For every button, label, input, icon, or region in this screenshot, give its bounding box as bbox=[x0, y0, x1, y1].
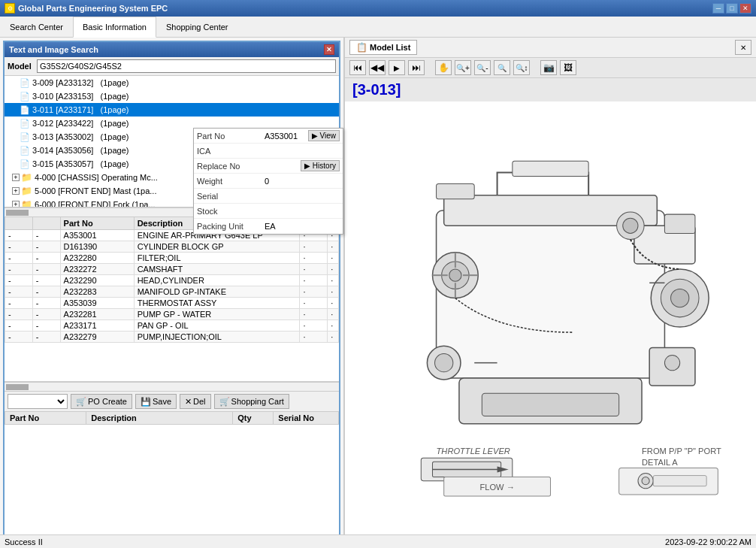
svg-point-23 bbox=[435, 353, 453, 371]
cell-arrow: · bbox=[328, 332, 339, 343]
svg-point-21 bbox=[664, 356, 679, 371]
tab-search-center[interactable]: Search Center bbox=[0, 17, 73, 37]
parts-table-area[interactable]: Part No Description Qty - - A353001 ENGI… bbox=[5, 216, 339, 382]
menu-bar: Search Center Basic Information Shopping… bbox=[0, 17, 756, 38]
po-icon: 🛒 bbox=[76, 397, 86, 407]
parts-table-row[interactable]: - - A233171 PAN GP - OIL · · bbox=[5, 320, 339, 332]
cell-partno: A232281 bbox=[60, 309, 134, 320]
right-panel-close[interactable]: ✕ bbox=[735, 40, 751, 55]
zoom-full-button[interactable]: 🔍↕ bbox=[513, 60, 530, 75]
po-create-label: PO Create bbox=[88, 397, 127, 406]
order-dropdown[interactable] bbox=[8, 394, 68, 409]
cell-key: - bbox=[5, 320, 33, 332]
cell-qty: · bbox=[300, 309, 328, 320]
tab-shopping-center[interactable]: Shopping Center bbox=[156, 17, 238, 37]
close-button[interactable]: ✕ bbox=[739, 3, 751, 14]
del-label: Del bbox=[193, 397, 206, 406]
parts-table-row[interactable]: - - A353039 THERMOSTAT ASSY · · bbox=[5, 298, 339, 309]
doc-icon: 📄 bbox=[20, 119, 30, 129]
cell-partno: A232290 bbox=[60, 275, 134, 286]
parts-table-row[interactable]: - - A232279 PUMP,INJECTION;OIL · · bbox=[5, 332, 339, 343]
popup-label-serial: Serial bbox=[197, 192, 265, 201]
popup-row-serial: Serial bbox=[194, 189, 343, 204]
table-hscroll[interactable] bbox=[5, 382, 339, 391]
parts-table-row[interactable]: - - A232283 MANIFOLD GP-INTAKE · · bbox=[5, 286, 339, 298]
left-panel: Text and Image Search ✕ Model 📄 3-009 [A… bbox=[0, 38, 344, 548]
shopping-cart-button[interactable]: 🛒 Shopping Cart bbox=[214, 394, 289, 409]
tree-item[interactable]: 📄 3-009 [A233132] (1page) bbox=[5, 76, 339, 89]
tree-item-label: 5-000 [FRONT END] Mast (1pa... bbox=[35, 186, 156, 195]
popup-value-weight: 0 bbox=[265, 177, 340, 186]
zoom-out-button[interactable]: 🔍- bbox=[474, 60, 491, 75]
cell-partno: A353001 bbox=[60, 230, 134, 241]
del-button[interactable]: ✕ Del bbox=[180, 394, 211, 409]
cell-key2: - bbox=[32, 230, 60, 241]
doc-icon: 📄 bbox=[20, 105, 30, 115]
zoom-fit-button[interactable]: 🔍 bbox=[494, 60, 510, 75]
zoom-in-button[interactable]: 🔍+ bbox=[455, 60, 471, 75]
last-page-button[interactable]: ⏭ bbox=[408, 60, 425, 75]
popup-label-weight: Weight bbox=[197, 177, 265, 186]
cell-arrow: · bbox=[328, 275, 339, 286]
view-button[interactable]: ▶ View bbox=[308, 130, 340, 141]
del-icon: ✕ bbox=[185, 397, 192, 407]
pan-button[interactable]: ✋ bbox=[435, 60, 452, 75]
parts-table-row[interactable]: - - A232281 PUMP GP - WATER · · bbox=[5, 309, 339, 320]
expand-button[interactable]: + bbox=[12, 187, 20, 195]
cell-qty: · bbox=[300, 286, 328, 298]
dialog-close-button[interactable]: ✕ bbox=[324, 44, 334, 55]
cell-qty: · bbox=[300, 332, 328, 343]
parts-table-row[interactable]: - - D161390 CYLINDER BLOCK GP · · bbox=[5, 241, 339, 253]
cell-arrow: · bbox=[328, 298, 339, 309]
cell-desc: HEAD,CYLINDER bbox=[134, 275, 300, 286]
tree-item-selected[interactable]: 📄 3-011 [A233171] (1page) bbox=[5, 103, 339, 117]
prev-page-button[interactable]: ◀◀ bbox=[369, 60, 386, 75]
tree-item-label: 3-010 [A233153] (1page) bbox=[32, 92, 129, 101]
expand-button[interactable]: + bbox=[12, 201, 20, 207]
popup-value-packingunit: EA bbox=[265, 222, 340, 231]
svg-point-8 bbox=[623, 218, 638, 233]
screenshot-button[interactable]: 📷 bbox=[540, 60, 557, 75]
cell-key2: - bbox=[32, 320, 60, 332]
parts-table-row[interactable]: - - A232280 FILTER;OIL · · bbox=[5, 253, 339, 264]
history-button[interactable]: ▶ History bbox=[301, 160, 340, 171]
next-small-button[interactable]: ▶ bbox=[389, 60, 405, 75]
cell-desc: THERMOSTAT ASSY bbox=[134, 298, 300, 309]
cell-desc: PUMP,INJECTION;OIL bbox=[134, 332, 300, 343]
popup-value-partno: A353001 bbox=[265, 132, 308, 141]
tree-item[interactable]: 📄 3-010 [A233153] (1page) bbox=[5, 89, 339, 103]
model-list-tab[interactable]: 📋 Model List bbox=[349, 40, 417, 55]
first-page-button[interactable]: ⏮ bbox=[349, 60, 366, 75]
maximize-button[interactable]: □ bbox=[726, 3, 738, 14]
order-table: Part No Description Qty Serial No bbox=[5, 411, 339, 425]
image-button[interactable]: 🖼 bbox=[560, 60, 576, 75]
minimize-button[interactable]: ─ bbox=[712, 3, 724, 14]
cell-key: - bbox=[5, 286, 33, 298]
tab-basic-information[interactable]: Basic Information bbox=[73, 17, 156, 38]
cell-arrow: · bbox=[328, 241, 339, 253]
bottom-toolbar: 🛒 PO Create 💾 Save ✕ Del 🛒 Shopping Cart bbox=[5, 391, 339, 411]
model-input[interactable] bbox=[37, 59, 336, 73]
parts-table-row[interactable]: - - A232290 HEAD,CYLINDER · · bbox=[5, 275, 339, 286]
doc-icon: 📄 bbox=[20, 159, 30, 169]
cell-key: - bbox=[5, 264, 33, 275]
engine-diagram-area: THROTTLE LEVER VIEW X FLOW → FROM P/P "P… bbox=[345, 101, 756, 548]
cell-qty: · bbox=[300, 241, 328, 253]
search-dialog: Text and Image Search ✕ Model 📄 3-009 [A… bbox=[3, 41, 340, 545]
model-bar: Model bbox=[5, 57, 339, 76]
cell-partno: A232279 bbox=[60, 332, 134, 343]
popup-label-stock: Stock bbox=[197, 207, 265, 216]
expand-button[interactable]: + bbox=[12, 174, 20, 181]
parts-table-row[interactable]: - - A232272 CAMSHAFT · · bbox=[5, 264, 339, 275]
po-create-button[interactable]: 🛒 PO Create bbox=[71, 394, 132, 409]
cell-key2: - bbox=[32, 298, 60, 309]
save-label: Save bbox=[153, 397, 171, 406]
order-table-area: Part No Description Qty Serial No bbox=[5, 411, 339, 543]
svg-text:DETAIL A: DETAIL A bbox=[642, 458, 678, 467]
popup-label-partno: Part No bbox=[197, 132, 265, 141]
dialog-title-bar: Text and Image Search ✕ bbox=[5, 42, 339, 57]
cell-arrow: · bbox=[328, 286, 339, 298]
app-title: Global Parts Engineering System EPC bbox=[18, 4, 168, 13]
save-button[interactable]: 💾 Save bbox=[135, 394, 177, 409]
tree-item-label: 3-012 [A233422] (1page) bbox=[32, 119, 129, 128]
